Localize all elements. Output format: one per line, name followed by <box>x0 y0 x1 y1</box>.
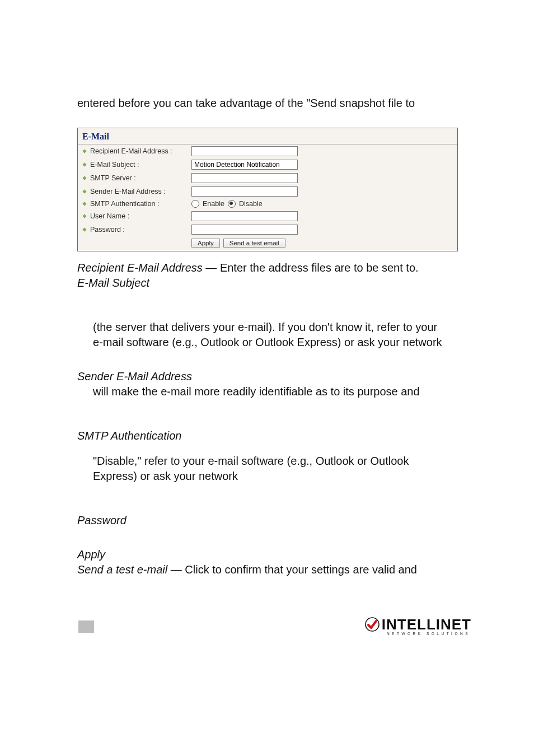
bullet-icon <box>82 176 87 180</box>
term-sender: Sender E-Mail Address <box>77 370 192 382</box>
page-number-box <box>78 620 94 633</box>
label-sender: Sender E-Mail Address : <box>90 188 166 195</box>
logo-mark-icon <box>365 617 380 632</box>
sender-indent: will make the e-mail more readily identi… <box>77 384 467 399</box>
term-send-test: Send a test e-mail <box>77 563 167 576</box>
send-test-button[interactable]: Send a test email <box>223 239 285 248</box>
label-smtp: SMTP Server : <box>90 174 136 182</box>
body-text: Recipient E-Mail Address — Enter the add… <box>77 260 467 577</box>
bullet-icon <box>82 214 87 218</box>
text-recipient-rest: — Enter the address files are to be sent… <box>203 262 419 274</box>
row-pass: Password : <box>78 223 457 236</box>
brand-tagline: NETWORK SOLUTIONS <box>387 632 471 636</box>
auth-enable-label: Enable <box>203 200 224 208</box>
text-send-test-rest: — Click to confirm that your settings ar… <box>167 563 417 576</box>
auth-disable-radio[interactable] <box>228 200 236 208</box>
brand-name: INTELLINET <box>382 617 471 632</box>
label-recipient: Recipient E-Mail Address : <box>90 147 172 155</box>
email-panel: E-Mail Recipient E-Mail Address : E-Mail… <box>77 128 458 251</box>
subject-input[interactable] <box>191 160 298 170</box>
smtp-input[interactable] <box>191 173 298 183</box>
term-password: Password <box>77 514 127 526</box>
row-auth: SMTP Authentication : Enable Disable <box>78 198 457 209</box>
auth-indent-1: "Disable," refer to your e-mail software… <box>77 454 467 469</box>
term-auth: SMTP Authentication <box>77 430 181 442</box>
term-subject: E-Mail Subject <box>77 277 149 289</box>
row-sender: Sender E-Mail Address : <box>78 185 457 198</box>
row-user: User Name : <box>78 209 457 223</box>
panel-title: E-Mail <box>78 128 457 144</box>
auth-disable-label: Disable <box>239 200 263 208</box>
bullet-icon <box>82 149 87 153</box>
label-pass: Password : <box>90 226 125 234</box>
smtp-indent-2: e-mail software (e.g., Outlook or Outloo… <box>77 335 467 350</box>
row-subject: E-Mail Subject : <box>78 158 457 171</box>
bullet-icon <box>82 202 87 206</box>
row-smtp: SMTP Server : <box>78 171 457 185</box>
bullet-icon <box>82 189 87 194</box>
button-row: Apply Send a test email <box>78 236 457 251</box>
auth-indent-2: Express) or ask your network <box>77 469 467 484</box>
term-apply: Apply <box>77 548 105 561</box>
smtp-indent-1: (the server that delivers your e-mail). … <box>77 320 467 335</box>
term-recipient: Recipient E-Mail Address <box>77 262 203 274</box>
brand-logo: INTELLINET NETWORK SOLUTIONS <box>365 617 471 636</box>
bullet-icon <box>82 227 87 232</box>
pass-input[interactable] <box>191 225 298 235</box>
recipient-input[interactable] <box>191 146 298 156</box>
row-recipient: Recipient E-Mail Address : <box>78 144 457 158</box>
apply-button[interactable]: Apply <box>191 239 220 248</box>
page-footer: INTELLINET NETWORK SOLUTIONS <box>78 617 471 636</box>
label-subject: E-Mail Subject : <box>90 161 139 169</box>
intro-text: entered before you can take advantage of… <box>77 95 467 111</box>
sender-input[interactable] <box>191 186 298 197</box>
label-user: User Name : <box>90 212 129 220</box>
bullet-icon <box>82 162 87 167</box>
user-input[interactable] <box>191 211 298 221</box>
label-auth: SMTP Authentication : <box>90 200 159 208</box>
auth-enable-radio[interactable] <box>191 200 199 208</box>
